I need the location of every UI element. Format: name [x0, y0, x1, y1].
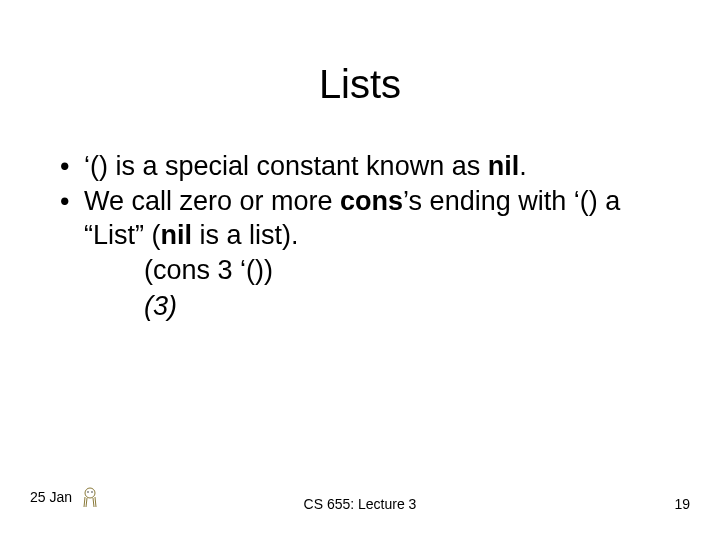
bullet-1-pre: ‘() is a special constant known as: [84, 151, 488, 181]
bullet-2-cons: cons: [340, 186, 403, 216]
bullet-2-nil: nil: [161, 220, 193, 250]
slide-body: ‘() is a special constant known as nil. …: [60, 150, 670, 325]
bullet-2-pre: We call zero or more: [84, 186, 340, 216]
slide: Lists ‘() is a special constant known as…: [0, 0, 720, 540]
slide-title: Lists: [0, 62, 720, 107]
bullet-1-post: .: [519, 151, 527, 181]
sub-1: (cons 3 ‘()): [60, 254, 670, 287]
footer-center: CS 655: Lecture 3: [0, 496, 720, 512]
footer-page: 19: [674, 496, 690, 512]
bullet-2-post: is a list).: [192, 220, 299, 250]
svg-point-1: [87, 491, 89, 493]
sub-2: (3): [60, 290, 670, 323]
svg-point-2: [91, 491, 93, 493]
bullet-2: We call zero or more cons’s ending with …: [60, 185, 670, 252]
bullet-1: ‘() is a special constant known as nil.: [60, 150, 670, 183]
bullet-1-nil: nil: [488, 151, 520, 181]
